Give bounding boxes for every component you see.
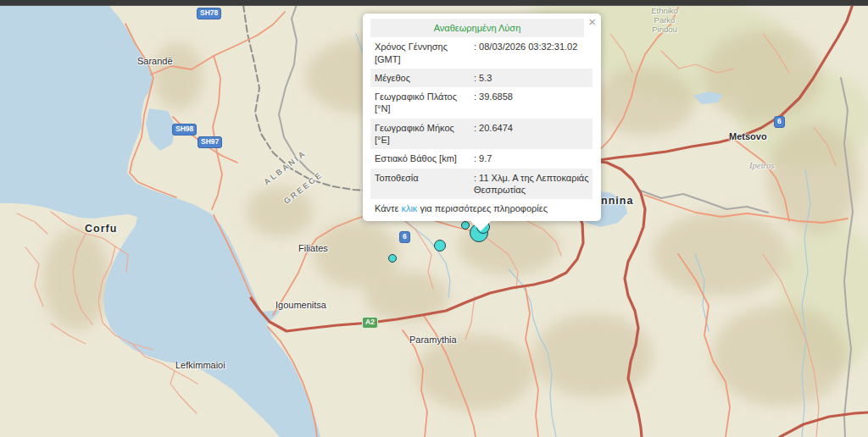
row-label: Τοποθεσία xyxy=(370,172,474,196)
footer-suffix: για περισσότερες πληροφορίες xyxy=(417,203,548,213)
footer-prefix: Κάντε xyxy=(375,203,401,213)
table-row: Γεωγραφικό Πλάτος [°N] : 39.6858 xyxy=(370,87,593,119)
row-label: Μέγεθος xyxy=(370,72,474,84)
row-value: : 5.3 xyxy=(474,72,593,84)
earthquake-details-table: Αναθεωρημένη Λύση Χρόνος Γέννησης [GMT] … xyxy=(370,19,593,199)
row-label: Γεωγραφικό Μήκος [°E] xyxy=(370,122,474,147)
row-value: : 39.6858 xyxy=(474,91,593,115)
earthquake-event-circle[interactable] xyxy=(434,240,446,252)
popup-title: Αναθεωρημένη Λύση xyxy=(370,19,584,37)
seismic-map-screen: Sarandë Corfu ALBANIA GREECE Filiates Ig… xyxy=(0,0,868,437)
row-label: Χρόνος Γέννησης [GMT] xyxy=(370,41,474,65)
earthquake-event-circle[interactable] xyxy=(461,221,470,230)
popup-footer: Κάντε κλικ για περισσότερες πληροφορίες xyxy=(370,199,593,214)
close-icon[interactable]: × xyxy=(588,15,596,28)
table-row: Γεωγραφικό Μήκος [°E] : 20.6474 xyxy=(370,119,593,150)
row-value: : 9.7 xyxy=(474,152,593,164)
table-row: Μέγεθος : 5.3 xyxy=(370,69,593,87)
table-row: Χρόνος Γέννησης [GMT] : 08/03/2026 03:32… xyxy=(370,37,593,69)
table-row: Τοποθεσία : 11 Χλμ. Α της Λεπτοκαριάς Θε… xyxy=(370,169,593,200)
earthquake-info-popup: × Αναθεωρημένη Λύση Χρόνος Γέννησης [GMT… xyxy=(363,14,601,221)
more-info-link[interactable]: κλικ xyxy=(401,203,417,213)
row-label: Γεωγραφικό Πλάτος [°N] xyxy=(370,91,474,115)
row-label: Εστιακό Βάθος [km] xyxy=(370,152,474,164)
earthquake-event-circle[interactable] xyxy=(388,254,397,263)
row-value: : 11 Χλμ. Α της Λεπτοκαριάς Θεσπρωτίας xyxy=(474,172,593,196)
row-value: : 20.6474 xyxy=(474,122,593,147)
top-bar xyxy=(0,0,868,6)
table-row: Εστιακό Βάθος [km] : 9.7 xyxy=(370,149,593,168)
row-value: : 08/03/2026 03:32:31.02 xyxy=(474,41,593,65)
